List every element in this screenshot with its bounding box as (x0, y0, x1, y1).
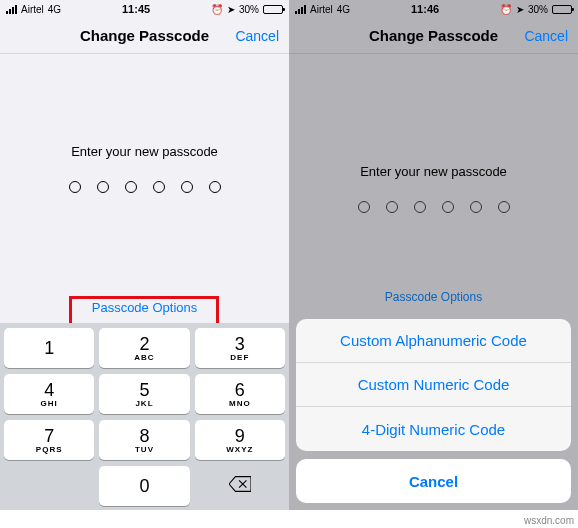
dot (153, 181, 165, 193)
dot (69, 181, 81, 193)
key-4[interactable]: 4GHI (4, 374, 94, 414)
key-8[interactable]: 8TUV (99, 420, 189, 460)
key-9[interactable]: 9WXYZ (195, 420, 285, 460)
backspace-key[interactable] (195, 466, 285, 506)
option-custom-numeric[interactable]: Custom Numeric Code (296, 363, 571, 407)
dot (470, 201, 482, 213)
alarm-icon: ⏰ (211, 4, 223, 15)
passcode-content: Enter your new passcode (289, 54, 578, 213)
cancel-button[interactable]: Cancel (524, 28, 568, 44)
passcode-dots (0, 181, 289, 193)
action-sheet: Custom Alphanumeric Code Custom Numeric … (296, 319, 571, 503)
watermark: wsxdn.com (524, 515, 574, 526)
key-2[interactable]: 2ABC (99, 328, 189, 368)
battery-percent: 30% (528, 4, 548, 15)
numeric-keypad: 1 2ABC 3DEF 4GHI 5JKL 6MNO 7PQRS 8TUV 9W… (0, 323, 289, 510)
battery-icon (263, 5, 283, 14)
battery-percent: 30% (239, 4, 259, 15)
key-0[interactable]: 0 (99, 466, 189, 506)
dot (125, 181, 137, 193)
phone-right: Airtel 4G 11:46 ⏰ ➤ 30% Change Passcode … (289, 0, 578, 510)
key-6[interactable]: 6MNO (195, 374, 285, 414)
prompt-label: Enter your new passcode (289, 164, 578, 179)
status-bar: Airtel 4G 11:45 ⏰ ➤ 30% (0, 0, 289, 18)
phone-left: Airtel 4G 11:45 ⏰ ➤ 30% Change Passcode … (0, 0, 289, 510)
signal-icon (6, 5, 17, 14)
dot (442, 201, 454, 213)
battery-icon (552, 5, 572, 14)
cancel-button[interactable]: Cancel (235, 28, 279, 44)
dot (386, 201, 398, 213)
status-time: 11:45 (122, 3, 150, 15)
action-sheet-cancel[interactable]: Cancel (296, 459, 571, 503)
nav-title: Change Passcode (80, 27, 209, 44)
dot (498, 201, 510, 213)
dot (209, 181, 221, 193)
dot (97, 181, 109, 193)
option-4-digit-numeric[interactable]: 4-Digit Numeric Code (296, 407, 571, 451)
dot (181, 181, 193, 193)
action-sheet-group: Custom Alphanumeric Code Custom Numeric … (296, 319, 571, 451)
location-icon: ➤ (516, 4, 524, 15)
side-by-side-container: Airtel 4G 11:45 ⏰ ➤ 30% Change Passcode … (0, 0, 578, 510)
alarm-icon: ⏰ (500, 4, 512, 15)
prompt-label: Enter your new passcode (0, 144, 289, 159)
key-7[interactable]: 7PQRS (4, 420, 94, 460)
carrier-label: Airtel (21, 4, 44, 15)
option-custom-alphanumeric[interactable]: Custom Alphanumeric Code (296, 319, 571, 363)
dot (358, 201, 370, 213)
key-1[interactable]: 1 (4, 328, 94, 368)
location-icon: ➤ (227, 4, 235, 15)
network-label: 4G (337, 4, 350, 15)
passcode-dots (289, 201, 578, 213)
key-5[interactable]: 5JKL (99, 374, 189, 414)
passcode-options-button[interactable]: Passcode Options (0, 300, 289, 315)
nav-bar: Change Passcode Cancel (0, 18, 289, 54)
network-label: 4G (48, 4, 61, 15)
carrier-label: Airtel (310, 4, 333, 15)
key-blank (4, 466, 94, 506)
signal-icon (295, 5, 306, 14)
nav-bar: Change Passcode Cancel (289, 18, 578, 54)
passcode-options-button[interactable]: Passcode Options (289, 290, 578, 304)
dot (414, 201, 426, 213)
nav-title: Change Passcode (369, 27, 498, 44)
key-3[interactable]: 3DEF (195, 328, 285, 368)
status-bar: Airtel 4G 11:46 ⏰ ➤ 30% (289, 0, 578, 18)
passcode-content: Enter your new passcode (0, 54, 289, 193)
status-time: 11:46 (411, 3, 439, 15)
backspace-icon (229, 476, 251, 496)
